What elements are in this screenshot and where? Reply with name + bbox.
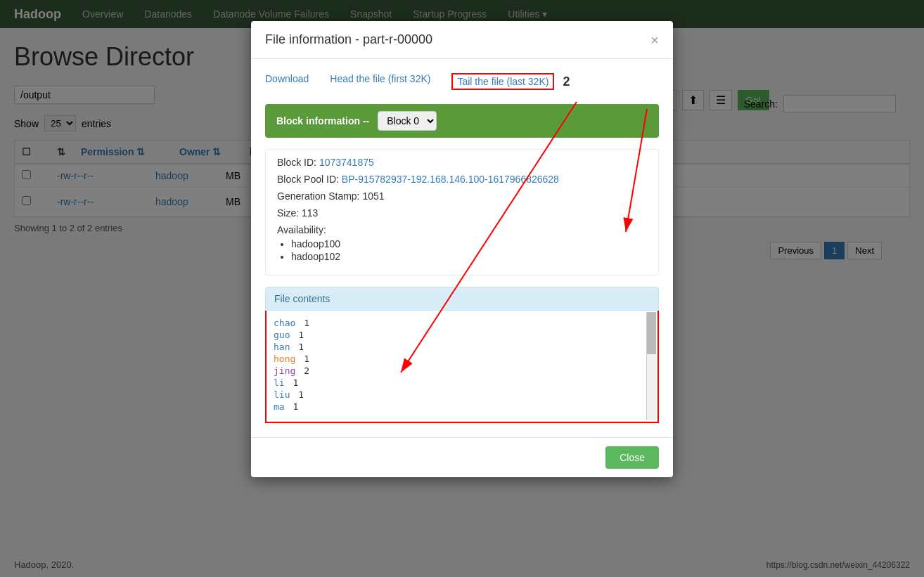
file-contents-section: File contents chao 1 guo 1 han 1 bbox=[265, 287, 659, 423]
file-contents-area: chao 1 guo 1 han 1 hong 1 bbox=[265, 311, 659, 423]
word-li: li bbox=[274, 377, 285, 388]
scrollbar-thumb bbox=[647, 312, 656, 354]
file-line-2: han 1 bbox=[274, 342, 650, 352]
head-file-link[interactable]: Head the file (first 32K) bbox=[330, 73, 430, 90]
annotation-badge-2: 2 bbox=[563, 74, 570, 89]
scrollbar[interactable] bbox=[646, 312, 656, 420]
file-line-1: guo 1 bbox=[274, 330, 650, 340]
size-label: Size: bbox=[277, 207, 299, 219]
file-line-0: chao 1 bbox=[274, 318, 650, 328]
file-info-modal: File information - part-r-00000 × Downlo… bbox=[251, 21, 673, 477]
word-chao: chao bbox=[274, 318, 295, 328]
modal-links: Download Head the file (first 32K) Tail … bbox=[265, 73, 659, 90]
tail-file-link[interactable]: Tail the file (last 32K) bbox=[451, 73, 554, 90]
num-ma: 1 bbox=[293, 401, 298, 412]
availability-label: Availability: bbox=[277, 224, 326, 235]
block-id-value: 1073741875 bbox=[319, 157, 374, 168]
close-modal-button[interactable]: Close bbox=[605, 446, 659, 469]
modal-title: File information - part-r-00000 bbox=[265, 32, 432, 47]
num-han: 1 bbox=[298, 342, 304, 352]
download-link[interactable]: Download bbox=[265, 73, 309, 90]
num-li: 1 bbox=[293, 377, 298, 388]
block-info-label: Block information -- bbox=[276, 115, 369, 127]
file-line-7: ma 1 bbox=[274, 401, 650, 412]
word-ma: ma bbox=[274, 401, 285, 412]
block-id-row: Block ID: 1073741875 bbox=[277, 157, 647, 168]
num-jing: 2 bbox=[304, 365, 309, 376]
availability-row: Availability: hadoop100 hadoop102 bbox=[277, 224, 647, 262]
file-line-3: hong 1 bbox=[274, 354, 650, 364]
modal-close-button[interactable]: × bbox=[650, 33, 659, 47]
word-hong: hong bbox=[274, 354, 295, 364]
num-chao: 1 bbox=[304, 318, 309, 328]
block-details: Block ID: 1073741875 Block Pool ID: BP-9… bbox=[265, 149, 659, 275]
modal-footer: Close bbox=[251, 437, 673, 477]
file-line-4: jing 2 bbox=[274, 365, 650, 376]
gen-stamp-row: Generation Stamp: 1051 bbox=[277, 190, 647, 202]
num-hong: 1 bbox=[304, 354, 309, 364]
modal-body: Download Head the file (first 32K) Tail … bbox=[251, 59, 673, 437]
size-value: 113 bbox=[302, 207, 318, 219]
word-jing: jing bbox=[274, 365, 295, 376]
num-guo: 1 bbox=[298, 330, 304, 340]
pool-id-label: Block Pool ID: bbox=[277, 174, 339, 185]
word-guo: guo bbox=[274, 330, 290, 340]
gen-stamp-value: 1051 bbox=[362, 190, 384, 202]
gen-stamp-label: Generation Stamp: bbox=[277, 190, 360, 202]
num-liu: 1 bbox=[298, 389, 304, 400]
word-han: han bbox=[274, 342, 290, 352]
pool-id-row: Block Pool ID: BP-915782937-192.168.146.… bbox=[277, 174, 647, 185]
file-contents-header: File contents bbox=[265, 287, 659, 311]
file-line-6: liu 1 bbox=[274, 389, 650, 400]
block-id-label: Block ID: bbox=[277, 157, 316, 168]
word-liu: liu bbox=[274, 389, 290, 400]
size-row: Size: 113 bbox=[277, 207, 647, 219]
block-info-section: Block information -- Block 0 bbox=[265, 104, 659, 138]
block-select[interactable]: Block 0 bbox=[378, 111, 437, 131]
modal-overlay: File information - part-r-00000 × Downlo… bbox=[0, 0, 924, 577]
modal-header: File information - part-r-00000 × bbox=[251, 21, 673, 59]
host-1: hadoop102 bbox=[291, 251, 647, 262]
host-0: hadoop100 bbox=[291, 238, 647, 249]
availability-list: hadoop100 hadoop102 bbox=[277, 238, 647, 262]
file-line-5: li 1 bbox=[274, 377, 650, 388]
pool-id-value: BP-915782937-192.168.146.100-16179668266… bbox=[342, 174, 559, 185]
